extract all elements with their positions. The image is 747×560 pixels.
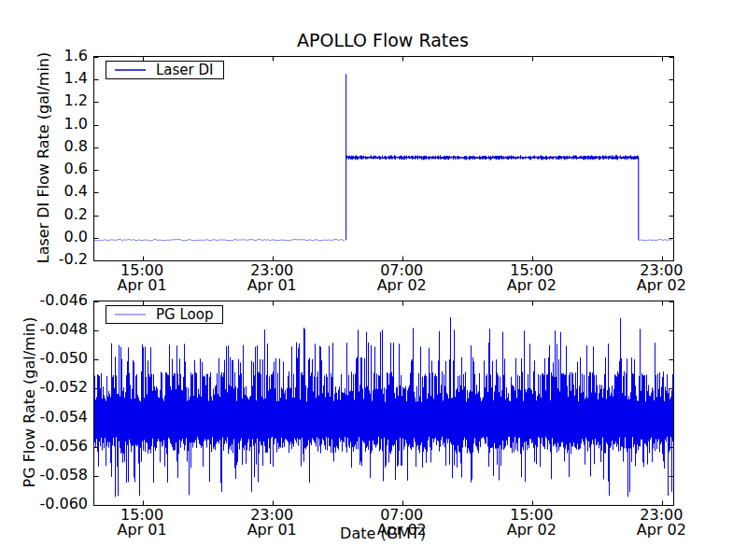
x-tick-label: 15:00Apr 02 — [486, 263, 576, 293]
axes-laser-di: Laser DI — [93, 56, 674, 261]
y-tick-label: -0.052 — [28, 378, 88, 397]
y-tick-label: 0.6 — [28, 160, 88, 178]
x-tick-label: 23:00Apr 01 — [227, 508, 317, 538]
legend-laser-di: Laser DI — [106, 61, 224, 79]
y-tick-label: -0.056 — [28, 437, 88, 455]
x-tick-label: 23:00Apr 02 — [616, 263, 706, 293]
x-tick-label: 15:00Apr 01 — [97, 263, 187, 293]
y-tick-label: -0.060 — [28, 495, 88, 513]
y-tick-label: -0.058 — [28, 466, 88, 484]
legend-pg-loop: PG Loop — [106, 305, 223, 324]
x-tick-date: Apr 02 — [357, 278, 446, 293]
y-tick-label: -0.2 — [28, 250, 88, 269]
x-tick-date: Apr 02 — [616, 278, 706, 293]
pg-loop-legend-label: PG Loop — [156, 307, 213, 322]
pg-loop-legend-line-icon — [115, 314, 146, 315]
axes-pg-loop: PG Loop — [93, 301, 674, 506]
y-tick-label: 0.0 — [28, 228, 88, 246]
y-tick-label: -0.050 — [28, 349, 88, 368]
y-tick-label: 0.8 — [28, 137, 88, 156]
x-tick-date: Apr 02 — [486, 523, 576, 538]
x-tick-label: 23:00Apr 02 — [616, 508, 706, 538]
pg-y-axis-label: PG Flow Rate (gal/min) — [21, 317, 38, 488]
laser-di-legend-label: Laser DI — [156, 63, 214, 77]
x-tick-date: Apr 02 — [616, 523, 706, 538]
pg-loop-plot-canvas — [94, 301, 673, 505]
y-tick-label: -0.046 — [28, 291, 88, 310]
x-tick-date: Apr 02 — [357, 523, 446, 538]
x-tick-date: Apr 01 — [227, 278, 317, 293]
y-tick-label: 1.6 — [28, 47, 88, 65]
x-tick-label: 07:00Apr 02 — [357, 263, 446, 293]
x-tick-date: Apr 01 — [97, 278, 187, 293]
y-tick-label: 1.4 — [28, 69, 88, 88]
y-tick-label: 1.2 — [28, 91, 88, 110]
laser-di-plot-canvas — [94, 57, 673, 260]
chart-title: APOLLO Flow Rates — [0, 30, 747, 50]
y-tick-label: 1.0 — [28, 115, 88, 133]
figure-apollo-flow-rates: APOLLO Flow Rates Laser DI PG Loop Laser… — [0, 0, 747, 560]
x-tick-label: 07:00Apr 02 — [357, 508, 446, 538]
laser-di-legend-line-icon — [115, 69, 146, 71]
y-tick-label: 0.4 — [28, 182, 88, 201]
x-tick-date: Apr 02 — [486, 278, 576, 293]
y-tick-label: 0.2 — [28, 205, 88, 224]
x-tick-label: 15:00Apr 01 — [97, 508, 187, 538]
x-tick-label: 23:00Apr 01 — [227, 263, 317, 293]
x-tick-date: Apr 01 — [227, 523, 317, 538]
y-tick-label: -0.048 — [28, 320, 88, 339]
x-tick-label: 15:00Apr 02 — [486, 508, 576, 538]
y-tick-label: -0.054 — [28, 408, 88, 427]
x-tick-date: Apr 01 — [97, 523, 187, 538]
